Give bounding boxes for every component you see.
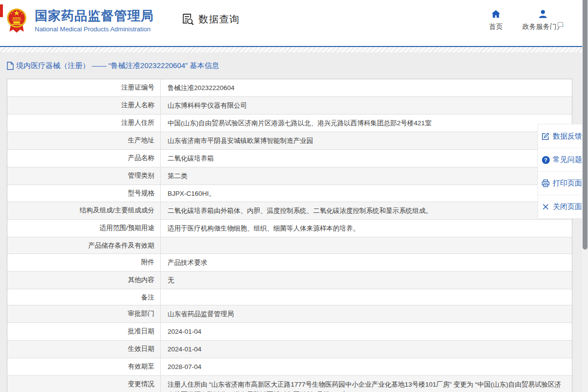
field-label: 型号规格 [7, 185, 161, 202]
site-title: 国家药品监督管理局 [35, 8, 154, 23]
table-row: 产品储存条件及有效期 [7, 237, 572, 254]
field-value: 二氧化碳培养箱 [161, 150, 572, 167]
hatch-band [0, 47, 588, 52]
table-row: 审批部门山东省药品监督管理局 [7, 305, 572, 323]
table-row: 适用范围/预期用途适用于医疗机构做生物细胞、组织、细菌等人体来源样本的培养。 [7, 220, 572, 237]
data-query-link[interactable]: 数据查询 [181, 13, 240, 26]
field-label: 其他内容 [7, 272, 161, 289]
nav-item-portal[interactable]: 政务服务门户 [522, 8, 564, 31]
site-header: 国家药品监督管理局 National Medical Products Admi… [0, 0, 588, 46]
panel-item-print[interactable]: 打印页面 [538, 171, 582, 195]
table-row: 其他内容无 [7, 272, 572, 289]
table-row: 生产地址山东省济南市平阴县安城镇欧莱博智能制造产业园 [7, 132, 572, 150]
field-value: 第二类 [161, 167, 572, 184]
scrollbar-track[interactable] [582, 0, 588, 392]
breadcrumb: 境内医疗器械（注册） —— “鲁械注准20232220604” 基本信息 [7, 52, 219, 79]
field-label: 审批部门 [7, 305, 161, 323]
top-nav: 首页 政务服务门户 [489, 8, 564, 31]
field-value: 2028-07-04 [161, 358, 572, 375]
nav-item-home[interactable]: 首页 [489, 8, 503, 31]
field-value [161, 289, 572, 305]
table-row: 附件产品技术要求 [7, 254, 572, 272]
field-value: 无 [161, 272, 572, 289]
field-label: 产品名称 [7, 150, 161, 167]
table-row: 注册证编号鲁械注准20232220604 [7, 79, 572, 97]
print-icon [541, 179, 550, 187]
field-label: 注册人名称 [7, 97, 161, 114]
field-value: 二氧化碳培养箱由外箱体、内胆、温度控制系统、二氧化碳浓度控制系统和显示系统组成。 [161, 202, 572, 219]
table-row: 结构及组成/主要组成成分二氧化碳培养箱由外箱体、内胆、温度控制系统、二氧化碳浓度… [7, 202, 572, 220]
panel-item-close[interactable]: 关闭页面 [538, 195, 582, 218]
field-label: 生效日期 [7, 341, 161, 358]
field-value [161, 237, 572, 254]
panel-label-feedback: 数据反馈 [553, 132, 582, 141]
field-label: 结构及组成/主要组成成分 [7, 202, 161, 219]
panel-label-close: 关闭页面 [553, 202, 582, 211]
field-value: 产品技术要求 [161, 254, 572, 271]
question-icon: ? [541, 156, 550, 164]
table-row: 产品名称二氧化碳培养箱 [7, 150, 572, 167]
data-query-label: 数据查询 [198, 13, 240, 26]
table-row: 生效日期2024-01-04 [7, 341, 572, 358]
field-value: 2024-01-04 [161, 341, 572, 358]
field-value: 中国(山东)自由贸易试验区济南片区港源七路以北、港兴元路以西博科集团总部2号楼4… [161, 115, 572, 132]
content-area: 境内医疗器械（注册） —— “鲁械注准20232220604” 基本信息 注册证… [0, 52, 588, 392]
close-icon [541, 203, 550, 211]
field-label: 产品储存条件及有效期 [7, 237, 161, 254]
panel-label-print: 打印页面 [553, 179, 582, 188]
field-value: BJPX-C160HI。 [161, 185, 572, 202]
field-value: 山东省济南市平阴县安城镇欧莱博智能制造产业园 [161, 132, 572, 149]
table-row: 有效期至2028-07-04 [7, 358, 572, 376]
page-title: 境内医疗器械（注册） —— “鲁械注准20232220604” 基本信息 [16, 61, 219, 70]
home-icon [490, 8, 501, 20]
field-label: 备注 [7, 289, 161, 305]
field-label: 注册证编号 [7, 79, 161, 96]
table-row: 注册人名称山东博科科学仪器有限公司 [7, 97, 572, 115]
panel-item-faq[interactable]: ? 常见问题 [538, 148, 582, 171]
national-emblem-icon [6, 6, 27, 35]
page: 国家药品监督管理局 National Medical Products Admi… [0, 0, 588, 392]
field-label: 有效期至 [7, 358, 161, 375]
field-label: 生产地址 [7, 132, 161, 149]
mini-widget-icon [558, 22, 563, 27]
nav-label-home: 首页 [489, 23, 503, 31]
user-icon [538, 8, 548, 20]
feedback-edit-icon [541, 132, 550, 140]
red-decoration [0, 4, 3, 17]
field-value: 适用于医疗机构做生物细胞、组织、细菌等人体来源样本的培养。 [161, 220, 572, 237]
field-value: 山东省药品监督管理局 [161, 305, 572, 323]
table-row: 型号规格BJPX-C160HI。 [7, 185, 572, 203]
field-value: 注册人住所由 “山东省济南市高新区大正路1777号生物医药园中小企业产业化基地1… [161, 376, 572, 392]
table-row: 备注 [7, 289, 572, 306]
document-icon [7, 62, 14, 70]
field-label: 变更情况 [7, 376, 161, 392]
data-query-icon [181, 13, 195, 26]
field-value: 鲁械注准20232220604 [161, 79, 572, 96]
table-row: 批准日期2024-01-04 [7, 323, 572, 341]
field-label: 附件 [7, 254, 161, 271]
field-label: 批准日期 [7, 323, 161, 340]
field-label: 注册人住所 [7, 115, 161, 132]
panel-item-feedback[interactable]: 数据反馈 [538, 124, 582, 148]
table-row: 变更情况注册人住所由 “山东省济南市高新区大正路1777号生物医药园中小企业产业… [7, 376, 572, 392]
table-row: 管理类别第二类 [7, 167, 572, 185]
scrollbar-thumb[interactable] [583, 0, 588, 250]
brand-text: 国家药品监督管理局 National Medical Products Admi… [35, 6, 154, 33]
side-panel: 数据反馈 ? 常见问题 打印页面 [538, 124, 582, 219]
field-label: 适用范围/预期用途 [7, 220, 161, 237]
field-label: 管理类别 [7, 167, 161, 184]
field-value: 2024-01-04 [161, 323, 572, 340]
table-row: 注册人住所中国(山东)自由贸易试验区济南片区港源七路以北、港兴元路以西博科集团总… [7, 115, 572, 132]
field-value: 山东博科科学仪器有限公司 [161, 97, 572, 114]
info-table: 注册证编号鲁械注准20232220604注册人名称山东博科科学仪器有限公司注册人… [7, 79, 572, 392]
site-logo-link[interactable]: 国家药品监督管理局 National Medical Products Admi… [6, 6, 154, 35]
panel-label-faq: 常见问题 [553, 155, 582, 164]
site-subtitle: National Medical Products Administration [35, 25, 154, 33]
